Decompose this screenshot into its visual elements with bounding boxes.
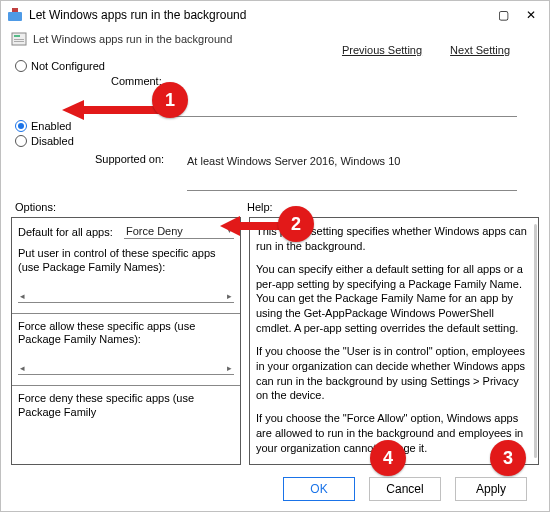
help-text: If you choose the "Force Allow" option, … (256, 411, 532, 456)
nav-links: Previous Setting Next Setting (342, 44, 510, 56)
svg-rect-4 (14, 39, 24, 40)
radio-label: Enabled (31, 120, 71, 132)
help-text: If you choose the "User is in control" o… (256, 344, 532, 403)
gpo-dialog: Let Windows apps run in the background ▢… (0, 0, 550, 512)
chevron-left-icon[interactable]: ◂ (20, 291, 25, 301)
select-value: Force Deny (126, 225, 183, 237)
radio-enabled[interactable]: Enabled (15, 120, 535, 132)
default-for-all-apps-select[interactable]: Force Deny (124, 224, 234, 239)
scrollbar[interactable] (534, 224, 537, 458)
force-deny-label: Force deny these specific apps (use Pack… (12, 386, 240, 420)
force-allow-label: Force allow these specific apps (use Pac… (12, 314, 240, 348)
chevron-right-icon[interactable]: ▸ (227, 363, 232, 373)
radio-icon (15, 135, 27, 147)
supported-on-label: Supported on: (95, 153, 187, 165)
help-heading: Help: (247, 201, 273, 213)
radio-label: Not Configured (31, 60, 105, 72)
chevron-left-icon[interactable]: ◂ (20, 363, 25, 373)
radio-disabled[interactable]: Disabled (15, 135, 535, 147)
ok-button[interactable]: OK (283, 477, 355, 501)
svg-rect-1 (12, 8, 18, 12)
options-panel: Default for all apps: Force Deny Put use… (11, 217, 241, 465)
radio-icon (15, 120, 27, 132)
window-title: Let Windows apps run in the background (29, 8, 487, 22)
radio-label: Disabled (31, 135, 74, 147)
maximize-button[interactable]: ▢ (491, 4, 515, 26)
comment-label: Comment: (111, 75, 175, 87)
chevron-right-icon[interactable]: ▸ (227, 291, 232, 301)
force-allow-field[interactable]: ◂ ▸ (18, 355, 234, 375)
help-panel: This policy setting specifies whether Wi… (249, 217, 539, 465)
previous-setting-link[interactable]: Previous Setting (342, 44, 422, 56)
titlebar: Let Windows apps run in the background ▢… (1, 1, 549, 29)
policy-icon (11, 31, 27, 47)
app-icon (7, 7, 23, 23)
button-bar: OK Cancel Apply (1, 469, 549, 511)
put-user-control-label: Put user in control of these specific ap… (12, 241, 240, 275)
options-heading: Options: (15, 201, 247, 213)
close-button[interactable]: ✕ (519, 4, 543, 26)
apply-button[interactable]: Apply (455, 477, 527, 501)
supported-on-value: At least Windows Server 2016, Windows 10 (187, 155, 400, 167)
next-setting-link[interactable]: Next Setting (450, 44, 510, 56)
default-for-all-apps-label: Default for all apps: (18, 226, 124, 238)
svg-rect-0 (8, 12, 22, 21)
svg-rect-3 (14, 35, 20, 37)
supported-on-field: At least Windows Server 2016, Windows 10 (187, 153, 517, 191)
put-user-control-field[interactable]: ◂ ▸ (18, 283, 234, 303)
cancel-button[interactable]: Cancel (369, 477, 441, 501)
help-text: You can specify either a default setting… (256, 262, 532, 336)
radio-not-configured[interactable]: Not Configured (15, 60, 535, 72)
help-text: This policy setting specifies whether Wi… (256, 224, 532, 254)
svg-rect-5 (14, 41, 24, 42)
radio-icon (15, 60, 27, 72)
comment-field[interactable] (175, 75, 517, 117)
